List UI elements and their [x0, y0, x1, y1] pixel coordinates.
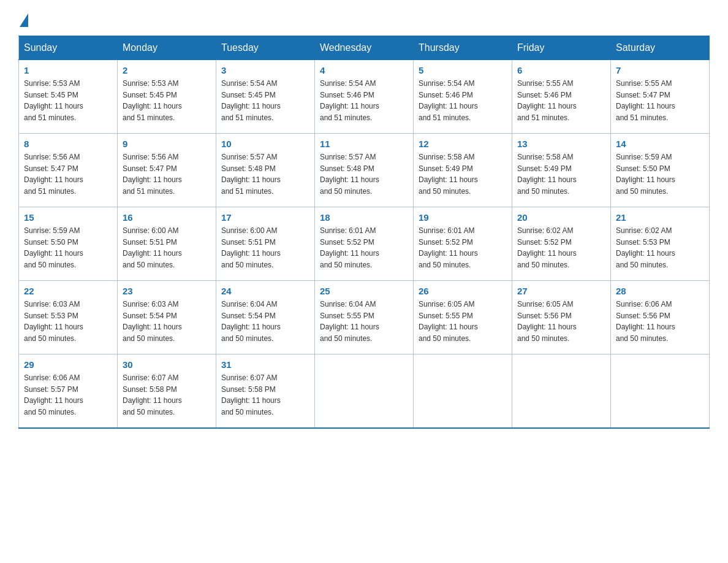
calendar-cell: 11Sunrise: 5:57 AMSunset: 5:48 PMDayligh… [315, 134, 414, 207]
day-number: 16 [123, 212, 211, 223]
calendar-week-row: 15Sunrise: 5:59 AMSunset: 5:50 PMDayligh… [19, 207, 710, 281]
calendar-cell: 6Sunrise: 5:55 AMSunset: 5:46 PMDaylight… [512, 60, 611, 134]
page-header [18, 12, 710, 25]
calendar-cell: 29Sunrise: 6:06 AMSunset: 5:57 PMDayligh… [19, 354, 118, 428]
day-info: Sunrise: 6:02 AMSunset: 5:53 PMDaylight:… [616, 225, 704, 270]
day-number: 8 [24, 139, 112, 149]
day-number: 13 [517, 139, 605, 149]
day-info: Sunrise: 6:05 AMSunset: 5:55 PMDaylight:… [419, 299, 507, 344]
day-info: Sunrise: 5:55 AMSunset: 5:46 PMDaylight:… [517, 78, 605, 123]
weekday-header-sunday: Sunday [19, 36, 118, 60]
day-info: Sunrise: 6:02 AMSunset: 5:52 PMDaylight:… [517, 225, 605, 270]
day-number: 17 [221, 212, 309, 223]
day-number: 5 [419, 65, 507, 75]
day-number: 14 [616, 139, 704, 149]
weekday-header-saturday: Saturday [611, 36, 710, 60]
day-number: 19 [419, 212, 507, 223]
day-info: Sunrise: 6:03 AMSunset: 5:54 PMDaylight:… [123, 299, 211, 344]
day-number: 10 [221, 139, 309, 149]
calendar-cell: 8Sunrise: 5:56 AMSunset: 5:47 PMDaylight… [19, 134, 118, 207]
day-number: 6 [517, 65, 605, 75]
calendar-cell: 20Sunrise: 6:02 AMSunset: 5:52 PMDayligh… [512, 207, 611, 281]
day-info: Sunrise: 6:04 AMSunset: 5:54 PMDaylight:… [221, 299, 309, 344]
day-info: Sunrise: 5:57 AMSunset: 5:48 PMDaylight:… [221, 151, 309, 197]
calendar-cell: 12Sunrise: 5:58 AMSunset: 5:49 PMDayligh… [414, 134, 512, 207]
calendar-cell: 13Sunrise: 5:58 AMSunset: 5:49 PMDayligh… [512, 134, 611, 207]
calendar-cell: 19Sunrise: 6:01 AMSunset: 5:52 PMDayligh… [414, 207, 512, 281]
calendar-cell: 18Sunrise: 6:01 AMSunset: 5:52 PMDayligh… [315, 207, 414, 281]
calendar-cell [315, 354, 414, 428]
day-number: 9 [123, 139, 211, 149]
day-number: 20 [517, 212, 605, 223]
day-number: 11 [320, 139, 408, 149]
day-number: 30 [123, 359, 211, 370]
calendar-week-row: 8Sunrise: 5:56 AMSunset: 5:47 PMDaylight… [19, 134, 710, 207]
day-info: Sunrise: 6:01 AMSunset: 5:52 PMDaylight:… [419, 225, 507, 270]
day-info: Sunrise: 6:00 AMSunset: 5:51 PMDaylight:… [123, 225, 211, 270]
day-number: 27 [517, 286, 605, 296]
day-info: Sunrise: 6:07 AMSunset: 5:58 PMDaylight:… [221, 372, 309, 418]
calendar-cell: 25Sunrise: 6:04 AMSunset: 5:55 PMDayligh… [315, 281, 414, 354]
calendar-cell: 10Sunrise: 5:57 AMSunset: 5:48 PMDayligh… [216, 134, 315, 207]
day-number: 3 [221, 65, 309, 75]
calendar-cell: 24Sunrise: 6:04 AMSunset: 5:54 PMDayligh… [216, 281, 315, 354]
calendar-week-row: 29Sunrise: 6:06 AMSunset: 5:57 PMDayligh… [19, 354, 710, 428]
calendar-cell: 26Sunrise: 6:05 AMSunset: 5:55 PMDayligh… [414, 281, 512, 354]
day-number: 28 [616, 286, 704, 296]
calendar-cell: 17Sunrise: 6:00 AMSunset: 5:51 PMDayligh… [216, 207, 315, 281]
day-info: Sunrise: 6:04 AMSunset: 5:55 PMDaylight:… [320, 299, 408, 344]
day-info: Sunrise: 5:55 AMSunset: 5:47 PMDaylight:… [616, 78, 704, 123]
day-info: Sunrise: 6:06 AMSunset: 5:57 PMDaylight:… [24, 372, 112, 418]
calendar-cell: 3Sunrise: 5:54 AMSunset: 5:45 PMDaylight… [216, 60, 315, 134]
calendar-cell: 22Sunrise: 6:03 AMSunset: 5:53 PMDayligh… [19, 281, 118, 354]
day-info: Sunrise: 6:05 AMSunset: 5:56 PMDaylight:… [517, 299, 605, 344]
day-info: Sunrise: 5:58 AMSunset: 5:49 PMDaylight:… [517, 151, 605, 197]
day-info: Sunrise: 5:58 AMSunset: 5:49 PMDaylight:… [419, 151, 507, 197]
day-info: Sunrise: 5:56 AMSunset: 5:47 PMDaylight:… [123, 151, 211, 197]
day-number: 26 [419, 286, 507, 296]
calendar-cell [414, 354, 512, 428]
calendar-cell [512, 354, 611, 428]
day-number: 4 [320, 65, 408, 75]
calendar-table: SundayMondayTuesdayWednesdayThursdayFrid… [18, 36, 710, 429]
calendar-cell: 9Sunrise: 5:56 AMSunset: 5:47 PMDaylight… [118, 134, 216, 207]
day-number: 29 [24, 359, 112, 370]
weekday-header-tuesday: Tuesday [216, 36, 315, 60]
weekday-header-thursday: Thursday [414, 36, 512, 60]
day-info: Sunrise: 6:00 AMSunset: 5:51 PMDaylight:… [221, 225, 309, 270]
calendar-cell: 2Sunrise: 5:53 AMSunset: 5:45 PMDaylight… [118, 60, 216, 134]
calendar-week-row: 22Sunrise: 6:03 AMSunset: 5:53 PMDayligh… [19, 281, 710, 354]
day-number: 2 [123, 65, 211, 75]
calendar-cell: 16Sunrise: 6:00 AMSunset: 5:51 PMDayligh… [118, 207, 216, 281]
day-number: 12 [419, 139, 507, 149]
calendar-cell: 15Sunrise: 5:59 AMSunset: 5:50 PMDayligh… [19, 207, 118, 281]
calendar-cell: 1Sunrise: 5:53 AMSunset: 5:45 PMDaylight… [19, 60, 118, 134]
logo [18, 12, 28, 25]
day-info: Sunrise: 6:06 AMSunset: 5:56 PMDaylight:… [616, 299, 704, 344]
calendar-cell [611, 354, 710, 428]
day-info: Sunrise: 5:59 AMSunset: 5:50 PMDaylight:… [616, 151, 704, 197]
calendar-cell: 31Sunrise: 6:07 AMSunset: 5:58 PMDayligh… [216, 354, 315, 428]
day-number: 1 [24, 65, 112, 75]
day-info: Sunrise: 6:07 AMSunset: 5:58 PMDaylight:… [123, 372, 211, 418]
calendar-cell: 14Sunrise: 5:59 AMSunset: 5:50 PMDayligh… [611, 134, 710, 207]
day-number: 23 [123, 286, 211, 296]
weekday-header-monday: Monday [118, 36, 216, 60]
day-info: Sunrise: 6:01 AMSunset: 5:52 PMDaylight:… [320, 225, 408, 270]
weekday-header-friday: Friday [512, 36, 611, 60]
calendar-cell: 21Sunrise: 6:02 AMSunset: 5:53 PMDayligh… [611, 207, 710, 281]
day-number: 21 [616, 212, 704, 223]
calendar-cell: 7Sunrise: 5:55 AMSunset: 5:47 PMDaylight… [611, 60, 710, 134]
day-number: 22 [24, 286, 112, 296]
calendar-cell: 23Sunrise: 6:03 AMSunset: 5:54 PMDayligh… [118, 281, 216, 354]
day-info: Sunrise: 5:54 AMSunset: 5:46 PMDaylight:… [320, 78, 408, 123]
calendar-cell: 5Sunrise: 5:54 AMSunset: 5:46 PMDaylight… [414, 60, 512, 134]
day-info: Sunrise: 6:03 AMSunset: 5:53 PMDaylight:… [24, 299, 112, 344]
calendar-cell: 27Sunrise: 6:05 AMSunset: 5:56 PMDayligh… [512, 281, 611, 354]
day-number: 7 [616, 65, 704, 75]
weekday-header-wednesday: Wednesday [315, 36, 414, 60]
day-info: Sunrise: 5:53 AMSunset: 5:45 PMDaylight:… [24, 78, 112, 123]
calendar-cell: 30Sunrise: 6:07 AMSunset: 5:58 PMDayligh… [118, 354, 216, 428]
calendar-cell: 28Sunrise: 6:06 AMSunset: 5:56 PMDayligh… [611, 281, 710, 354]
calendar-week-row: 1Sunrise: 5:53 AMSunset: 5:45 PMDaylight… [19, 60, 710, 134]
